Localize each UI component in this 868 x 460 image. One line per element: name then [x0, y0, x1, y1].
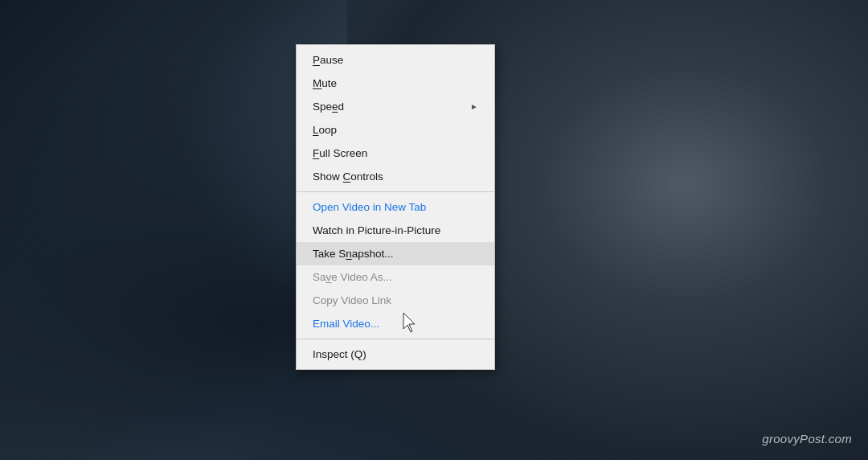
- menu-item-take-snapshot[interactable]: Take Snapshot...: [297, 242, 494, 265]
- loop-label: Loop: [313, 124, 478, 136]
- separator-1: [297, 191, 494, 192]
- menu-item-watch-pip[interactable]: Watch in Picture-in-Picture: [297, 219, 494, 242]
- separator-2: [297, 339, 494, 339]
- context-menu: Pause Mute Speed ► Loop Full Screen Show…: [296, 44, 495, 370]
- menu-item-copy-link[interactable]: Copy Video Link: [297, 289, 494, 312]
- speed-submenu-arrow: ►: [470, 102, 478, 111]
- menu-item-open-new-tab[interactable]: Open Video in New Tab: [297, 195, 494, 219]
- pause-label: Pause: [313, 54, 478, 66]
- menu-item-mute[interactable]: Mute: [297, 72, 494, 95]
- menu-item-show-controls[interactable]: Show Controls: [297, 165, 494, 188]
- menu-item-loop[interactable]: Loop: [297, 118, 494, 142]
- watermark: groovyPost.com: [762, 432, 852, 446]
- email-video-label: Email Video...: [313, 318, 478, 330]
- watch-pip-label: Watch in Picture-in-Picture: [313, 224, 478, 236]
- menu-item-fullscreen[interactable]: Full Screen: [297, 142, 494, 165]
- speed-label: Speed: [313, 101, 464, 113]
- take-snapshot-label: Take Snapshot...: [313, 248, 478, 260]
- open-new-tab-label: Open Video in New Tab: [313, 201, 478, 213]
- menu-item-save-video[interactable]: Save Video As...: [297, 265, 494, 289]
- menu-item-inspect[interactable]: Inspect (Q): [297, 343, 494, 366]
- inspect-label: Inspect (Q): [313, 348, 478, 360]
- save-video-label: Save Video As...: [313, 271, 478, 283]
- mute-label: Mute: [313, 77, 478, 89]
- show-controls-label: Show Controls: [313, 170, 478, 183]
- menu-item-pause[interactable]: Pause: [297, 48, 494, 72]
- fullscreen-label: Full Screen: [313, 147, 478, 159]
- menu-item-speed[interactable]: Speed ►: [297, 95, 494, 118]
- menu-item-email-video[interactable]: Email Video...: [297, 312, 494, 335]
- copy-link-label: Copy Video Link: [313, 294, 478, 306]
